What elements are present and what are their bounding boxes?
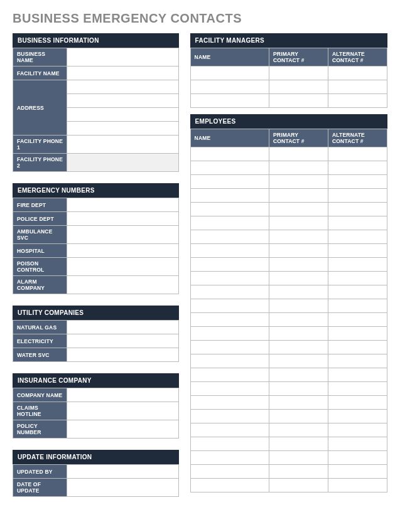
value[interactable] <box>269 80 328 94</box>
value[interactable] <box>328 272 387 285</box>
value[interactable] <box>190 147 269 161</box>
value[interactable] <box>67 388 179 402</box>
value[interactable] <box>269 203 328 216</box>
value[interactable] <box>328 230 387 244</box>
value[interactable] <box>269 368 328 382</box>
value[interactable] <box>67 402 179 420</box>
value[interactable] <box>328 354 387 368</box>
value[interactable] <box>190 285 269 299</box>
value[interactable] <box>67 48 179 66</box>
value[interactable] <box>190 396 269 410</box>
value[interactable] <box>328 244 387 258</box>
value[interactable] <box>269 66 328 80</box>
value[interactable] <box>190 203 269 216</box>
value[interactable] <box>328 66 387 80</box>
value[interactable] <box>190 368 269 382</box>
value[interactable] <box>67 136 179 154</box>
value[interactable] <box>269 396 328 410</box>
value[interactable] <box>190 423 269 437</box>
value[interactable] <box>67 244 179 258</box>
value[interactable] <box>328 451 387 465</box>
value[interactable] <box>190 258 269 272</box>
value[interactable] <box>190 272 269 285</box>
value[interactable] <box>190 479 269 492</box>
value[interactable] <box>67 321 179 334</box>
value[interactable] <box>269 189 328 203</box>
value[interactable] <box>328 299 387 313</box>
value[interactable] <box>190 299 269 313</box>
value[interactable] <box>328 410 387 423</box>
value[interactable] <box>190 313 269 327</box>
value[interactable] <box>328 327 387 341</box>
value[interactable] <box>67 212 179 226</box>
value[interactable] <box>190 382 269 396</box>
value[interactable] <box>190 80 269 94</box>
value[interactable] <box>67 108 179 122</box>
value[interactable] <box>269 285 328 299</box>
value[interactable] <box>269 465 328 479</box>
value[interactable] <box>328 189 387 203</box>
value[interactable] <box>67 80 179 94</box>
value[interactable] <box>328 313 387 327</box>
value[interactable] <box>190 354 269 368</box>
value[interactable] <box>190 161 269 175</box>
value[interactable] <box>269 94 328 108</box>
value[interactable] <box>190 465 269 479</box>
value[interactable] <box>67 226 179 244</box>
value[interactable] <box>328 94 387 108</box>
value[interactable] <box>67 334 179 348</box>
value[interactable] <box>67 94 179 108</box>
value[interactable] <box>269 216 328 230</box>
value[interactable] <box>190 341 269 354</box>
value[interactable] <box>269 479 328 492</box>
value[interactable] <box>328 368 387 382</box>
value[interactable] <box>190 244 269 258</box>
value[interactable] <box>269 175 328 189</box>
value[interactable] <box>67 122 179 136</box>
value[interactable] <box>67 420 179 439</box>
value[interactable] <box>269 258 328 272</box>
value[interactable] <box>269 313 328 327</box>
value[interactable] <box>269 147 328 161</box>
value[interactable] <box>67 465 179 479</box>
value[interactable] <box>269 354 328 368</box>
value[interactable] <box>328 341 387 354</box>
value[interactable] <box>328 80 387 94</box>
value[interactable] <box>269 161 328 175</box>
value[interactable] <box>190 437 269 451</box>
value[interactable] <box>67 348 179 362</box>
value[interactable] <box>190 94 269 108</box>
value[interactable] <box>67 198 179 212</box>
value[interactable] <box>269 327 328 341</box>
value[interactable] <box>67 154 179 172</box>
value[interactable] <box>328 423 387 437</box>
value[interactable] <box>269 410 328 423</box>
value[interactable] <box>328 437 387 451</box>
value[interactable] <box>269 437 328 451</box>
value[interactable] <box>67 276 179 294</box>
value[interactable] <box>269 382 328 396</box>
value[interactable] <box>328 285 387 299</box>
value[interactable] <box>328 479 387 492</box>
value[interactable] <box>328 216 387 230</box>
value[interactable] <box>328 161 387 175</box>
value[interactable] <box>328 382 387 396</box>
value[interactable] <box>190 451 269 465</box>
value[interactable] <box>190 66 269 80</box>
value[interactable] <box>328 465 387 479</box>
value[interactable] <box>67 258 179 276</box>
value[interactable] <box>269 272 328 285</box>
value[interactable] <box>328 396 387 410</box>
value[interactable] <box>328 147 387 161</box>
value[interactable] <box>269 244 328 258</box>
value[interactable] <box>67 479 179 497</box>
value[interactable] <box>67 66 179 80</box>
value[interactable] <box>269 451 328 465</box>
value[interactable] <box>269 299 328 313</box>
value[interactable] <box>328 258 387 272</box>
value[interactable] <box>190 175 269 189</box>
value[interactable] <box>190 327 269 341</box>
value[interactable] <box>190 216 269 230</box>
value[interactable] <box>190 410 269 423</box>
value[interactable] <box>269 423 328 437</box>
